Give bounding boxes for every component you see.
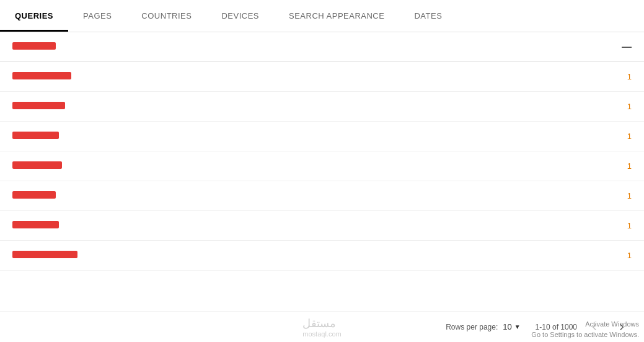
table-row: 1: [0, 151, 644, 181]
table-row: 1: [0, 122, 644, 151]
redacted-content: [12, 72, 71, 79]
row-value: 1: [594, 132, 632, 141]
tab-pages[interactable]: PAGES: [68, 0, 126, 32]
tab-search-appearance[interactable]: SEARCH APPEARANCE: [274, 0, 399, 32]
table-row: —: [0, 32, 644, 62]
row-value: 1: [594, 102, 632, 111]
activate-windows-subtitle: Go to Settings to activate Windows.: [531, 330, 639, 340]
redacted-content: [12, 132, 59, 139]
windows-activation-notice: Activate Windows Go to Settings to activ…: [526, 317, 644, 342]
activate-windows-title: Activate Windows: [531, 319, 639, 330]
redacted-content: [12, 161, 62, 169]
tab-dates[interactable]: DATES: [399, 0, 457, 32]
rows-per-page-label: Rows per page:: [446, 323, 498, 331]
rows-per-page-value: 10: [503, 322, 511, 331]
tab-bar: QUERIES PAGES COUNTRIES DEVICES SEARCH A…: [0, 0, 644, 32]
tab-countries[interactable]: COUNTRIES: [126, 0, 206, 32]
row-value: 1: [594, 161, 632, 171]
rows-per-page-select[interactable]: 10 ▼: [503, 322, 520, 331]
row-value: —: [594, 42, 632, 53]
tab-devices[interactable]: DEVICES: [206, 0, 274, 32]
row-value: 1: [594, 72, 632, 81]
watermark: مستقل mostaql.com: [302, 317, 341, 338]
table-row: 1: [0, 181, 644, 211]
redacted-content: [12, 191, 56, 199]
table-row: 1: [0, 92, 644, 122]
row-value: 1: [594, 221, 632, 230]
redacted-content: [12, 221, 59, 228]
redacted-content: [12, 102, 65, 109]
row-value: 1: [594, 251, 632, 260]
row-value: 1: [594, 191, 632, 200]
tab-queries[interactable]: QUERIES: [0, 0, 68, 32]
table-row: 1: [0, 241, 644, 271]
data-table: — 1 1 1 1 1 1: [0, 32, 644, 271]
table-row: 1: [0, 62, 644, 92]
table-row: 1: [0, 211, 644, 241]
redacted-content: [12, 251, 77, 258]
chevron-down-icon: ▼: [514, 323, 521, 330]
redacted-content: [12, 42, 56, 50]
